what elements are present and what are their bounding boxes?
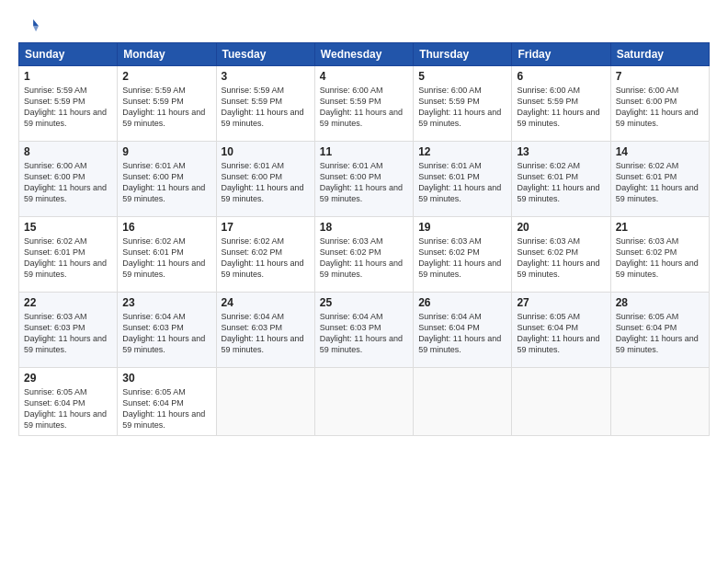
day-info: Sunrise: 6:02 AMSunset: 6:01 PMDaylight:… <box>122 236 210 281</box>
day-number: 18 <box>320 221 408 234</box>
calendar-cell: 20Sunrise: 6:03 AMSunset: 6:02 PMDayligh… <box>512 217 610 293</box>
day-info: Sunrise: 6:02 AMSunset: 6:01 PMDaylight:… <box>517 160 605 205</box>
svg-marker-0 <box>33 19 39 26</box>
day-info: Sunrise: 6:03 AMSunset: 6:02 PMDaylight:… <box>320 236 408 281</box>
day-number: 19 <box>418 221 506 234</box>
header <box>18 17 710 37</box>
day-number: 12 <box>418 145 506 158</box>
weekday-header: Friday <box>512 43 610 66</box>
day-info: Sunrise: 6:01 AMSunset: 6:00 PMDaylight:… <box>122 160 210 205</box>
weekday-header: Saturday <box>610 43 709 66</box>
day-info: Sunrise: 6:05 AMSunset: 6:04 PMDaylight:… <box>616 311 704 356</box>
calendar-cell: 1Sunrise: 5:59 AMSunset: 5:59 PMDaylight… <box>19 66 118 142</box>
day-number: 27 <box>517 296 605 309</box>
calendar-cell: 30Sunrise: 6:05 AMSunset: 6:04 PMDayligh… <box>118 368 216 436</box>
weekday-header: Tuesday <box>216 43 314 66</box>
day-info: Sunrise: 5:59 AMSunset: 5:59 PMDaylight:… <box>24 85 112 130</box>
day-info: Sunrise: 6:04 AMSunset: 6:03 PMDaylight:… <box>122 311 210 356</box>
day-number: 28 <box>616 296 704 309</box>
day-number: 15 <box>24 221 112 234</box>
day-info: Sunrise: 6:04 AMSunset: 6:04 PMDaylight:… <box>418 311 506 356</box>
day-info: Sunrise: 6:01 AMSunset: 6:00 PMDaylight:… <box>320 160 408 205</box>
weekday-header-row: SundayMondayTuesdayWednesdayThursdayFrid… <box>19 43 710 66</box>
calendar-cell <box>314 368 413 436</box>
day-info: Sunrise: 6:00 AMSunset: 6:00 PMDaylight:… <box>24 160 112 205</box>
day-info: Sunrise: 5:59 AMSunset: 5:59 PMDaylight:… <box>122 85 210 130</box>
day-number: 13 <box>517 145 605 158</box>
day-number: 23 <box>122 296 210 309</box>
day-info: Sunrise: 6:00 AMSunset: 5:59 PMDaylight:… <box>517 85 605 130</box>
day-number: 26 <box>418 296 506 309</box>
day-info: Sunrise: 6:04 AMSunset: 6:03 PMDaylight:… <box>222 311 310 356</box>
calendar-cell: 2Sunrise: 5:59 AMSunset: 5:59 PMDaylight… <box>118 66 216 142</box>
day-info: Sunrise: 6:01 AMSunset: 6:01 PMDaylight:… <box>418 160 506 205</box>
calendar-cell: 25Sunrise: 6:04 AMSunset: 6:03 PMDayligh… <box>314 293 413 368</box>
day-number: 17 <box>222 221 310 234</box>
calendar-cell: 24Sunrise: 6:04 AMSunset: 6:03 PMDayligh… <box>216 293 314 368</box>
day-number: 8 <box>24 145 112 158</box>
weekday-header: Monday <box>118 43 216 66</box>
day-number: 25 <box>320 296 408 309</box>
day-number: 9 <box>122 145 210 158</box>
day-number: 24 <box>222 296 310 309</box>
weekday-header: Sunday <box>19 43 118 66</box>
calendar-week-row: 8Sunrise: 6:00 AMSunset: 6:00 PMDaylight… <box>19 142 710 217</box>
calendar-cell: 15Sunrise: 6:02 AMSunset: 6:01 PMDayligh… <box>19 217 118 293</box>
weekday-header: Wednesday <box>314 43 413 66</box>
day-number: 11 <box>320 145 408 158</box>
day-info: Sunrise: 6:04 AMSunset: 6:03 PMDaylight:… <box>320 311 408 356</box>
calendar-cell: 23Sunrise: 6:04 AMSunset: 6:03 PMDayligh… <box>118 293 216 368</box>
calendar-cell: 10Sunrise: 6:01 AMSunset: 6:00 PMDayligh… <box>216 142 314 217</box>
day-number: 6 <box>517 70 605 83</box>
day-info: Sunrise: 6:05 AMSunset: 6:04 PMDaylight:… <box>122 386 210 431</box>
svg-marker-1 <box>33 26 39 31</box>
day-info: Sunrise: 6:00 AMSunset: 5:59 PMDaylight:… <box>320 85 408 130</box>
calendar-cell: 18Sunrise: 6:03 AMSunset: 6:02 PMDayligh… <box>314 217 413 293</box>
day-number: 2 <box>122 70 210 83</box>
calendar-cell: 4Sunrise: 6:00 AMSunset: 5:59 PMDaylight… <box>314 66 413 142</box>
calendar-cell: 8Sunrise: 6:00 AMSunset: 6:00 PMDaylight… <box>19 142 118 217</box>
day-info: Sunrise: 6:02 AMSunset: 6:02 PMDaylight:… <box>222 236 310 281</box>
day-number: 30 <box>122 372 210 385</box>
day-number: 10 <box>222 145 310 158</box>
day-info: Sunrise: 6:03 AMSunset: 6:03 PMDaylight:… <box>24 311 112 356</box>
page: SundayMondayTuesdayWednesdayThursdayFrid… <box>0 0 728 563</box>
calendar-cell <box>414 368 512 436</box>
calendar-cell: 6Sunrise: 6:00 AMSunset: 5:59 PMDaylight… <box>512 66 610 142</box>
calendar-cell: 19Sunrise: 6:03 AMSunset: 6:02 PMDayligh… <box>414 217 512 293</box>
day-number: 21 <box>616 221 704 234</box>
day-number: 20 <box>517 221 605 234</box>
calendar-week-row: 29Sunrise: 6:05 AMSunset: 6:04 PMDayligh… <box>19 368 710 436</box>
calendar-cell: 5Sunrise: 6:00 AMSunset: 5:59 PMDaylight… <box>414 66 512 142</box>
day-number: 3 <box>222 70 310 83</box>
day-number: 1 <box>24 70 112 83</box>
day-number: 14 <box>616 145 704 158</box>
calendar-week-row: 22Sunrise: 6:03 AMSunset: 6:03 PMDayligh… <box>19 293 710 368</box>
calendar-cell <box>512 368 610 436</box>
day-info: Sunrise: 6:03 AMSunset: 6:02 PMDaylight:… <box>418 236 506 281</box>
calendar-cell: 29Sunrise: 6:05 AMSunset: 6:04 PMDayligh… <box>19 368 118 436</box>
calendar-cell: 7Sunrise: 6:00 AMSunset: 6:00 PMDaylight… <box>610 66 709 142</box>
day-info: Sunrise: 6:02 AMSunset: 6:01 PMDaylight:… <box>616 160 704 205</box>
weekday-header: Thursday <box>414 43 512 66</box>
calendar-cell <box>216 368 314 436</box>
day-number: 7 <box>616 70 704 83</box>
logo <box>18 17 42 37</box>
calendar-cell: 21Sunrise: 6:03 AMSunset: 6:02 PMDayligh… <box>610 217 709 293</box>
day-info: Sunrise: 6:00 AMSunset: 6:00 PMDaylight:… <box>616 85 704 130</box>
calendar-cell: 27Sunrise: 6:05 AMSunset: 6:04 PMDayligh… <box>512 293 610 368</box>
calendar-cell: 17Sunrise: 6:02 AMSunset: 6:02 PMDayligh… <box>216 217 314 293</box>
calendar-cell: 9Sunrise: 6:01 AMSunset: 6:00 PMDaylight… <box>118 142 216 217</box>
calendar-cell: 11Sunrise: 6:01 AMSunset: 6:00 PMDayligh… <box>314 142 413 217</box>
calendar-cell <box>610 368 709 436</box>
calendar-table: SundayMondayTuesdayWednesdayThursdayFrid… <box>18 42 710 436</box>
day-info: Sunrise: 6:00 AMSunset: 5:59 PMDaylight:… <box>418 85 506 130</box>
calendar-cell: 22Sunrise: 6:03 AMSunset: 6:03 PMDayligh… <box>19 293 118 368</box>
day-number: 5 <box>418 70 506 83</box>
calendar-week-row: 1Sunrise: 5:59 AMSunset: 5:59 PMDaylight… <box>19 66 710 142</box>
calendar-cell: 13Sunrise: 6:02 AMSunset: 6:01 PMDayligh… <box>512 142 610 217</box>
day-info: Sunrise: 6:01 AMSunset: 6:00 PMDaylight:… <box>222 160 310 205</box>
calendar-cell: 14Sunrise: 6:02 AMSunset: 6:01 PMDayligh… <box>610 142 709 217</box>
day-info: Sunrise: 6:05 AMSunset: 6:04 PMDaylight:… <box>517 311 605 356</box>
logo-icon <box>18 17 39 37</box>
